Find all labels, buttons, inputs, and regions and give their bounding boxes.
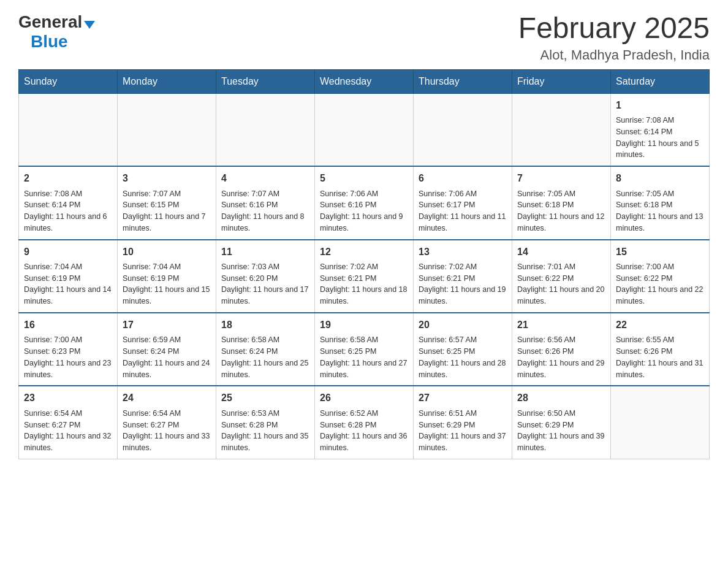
calendar-cell (118, 93, 216, 166)
day-info: Sunrise: 6:55 AMSunset: 6:26 PMDaylight:… (616, 334, 704, 380)
calendar-cell (512, 93, 611, 166)
day-header-friday: Friday (512, 69, 611, 93)
day-info: Sunrise: 7:06 AMSunset: 6:17 PMDaylight:… (419, 188, 507, 234)
day-info: Sunrise: 7:02 AMSunset: 6:21 PMDaylight:… (320, 261, 408, 307)
day-number: 11 (221, 245, 309, 259)
day-number: 7 (517, 172, 605, 185)
day-number: 28 (517, 391, 605, 405)
calendar-cell (315, 93, 414, 166)
calendar-cell: 10Sunrise: 7:04 AMSunset: 6:19 PMDayligh… (118, 240, 216, 313)
logo-general: General (18, 12, 82, 32)
calendar-cell (216, 93, 315, 166)
day-number: 4 (221, 172, 309, 185)
day-info: Sunrise: 6:54 AMSunset: 6:27 PMDaylight:… (24, 408, 112, 454)
day-number: 17 (123, 318, 211, 332)
calendar-cell: 11Sunrise: 7:03 AMSunset: 6:20 PMDayligh… (216, 240, 315, 313)
day-info: Sunrise: 7:00 AMSunset: 6:22 PMDaylight:… (616, 261, 704, 307)
day-info: Sunrise: 6:58 AMSunset: 6:25 PMDaylight:… (320, 334, 408, 380)
day-number: 20 (419, 318, 507, 332)
day-info: Sunrise: 6:59 AMSunset: 6:24 PMDaylight:… (123, 334, 211, 380)
calendar-cell (19, 93, 118, 166)
calendar-cell: 13Sunrise: 7:02 AMSunset: 6:21 PMDayligh… (414, 240, 512, 313)
title-area: February 2025 Alot, Madhya Pradesh, Indi… (518, 12, 710, 63)
day-info: Sunrise: 7:07 AMSunset: 6:16 PMDaylight:… (221, 188, 309, 234)
calendar-cell: 26Sunrise: 6:52 AMSunset: 6:28 PMDayligh… (315, 386, 414, 459)
calendar-cell: 14Sunrise: 7:01 AMSunset: 6:22 PMDayligh… (512, 240, 611, 313)
day-header-monday: Monday (118, 69, 216, 93)
calendar-week-1: 1Sunrise: 7:08 AMSunset: 6:14 PMDaylight… (19, 93, 710, 166)
day-info: Sunrise: 6:53 AMSunset: 6:28 PMDaylight:… (221, 408, 309, 454)
calendar-cell: 23Sunrise: 6:54 AMSunset: 6:27 PMDayligh… (19, 386, 118, 459)
calendar-cell: 19Sunrise: 6:58 AMSunset: 6:25 PMDayligh… (315, 313, 414, 386)
day-info: Sunrise: 6:57 AMSunset: 6:25 PMDaylight:… (419, 334, 507, 380)
day-number: 6 (419, 172, 507, 185)
calendar-table: SundayMondayTuesdayWednesdayThursdayFrid… (18, 69, 710, 459)
day-number: 10 (123, 245, 211, 259)
calendar-cell: 2Sunrise: 7:08 AMSunset: 6:14 PMDaylight… (19, 166, 118, 239)
month-title: February 2025 (518, 12, 710, 45)
day-info: Sunrise: 7:01 AMSunset: 6:22 PMDaylight:… (517, 261, 605, 307)
calendar-week-3: 9Sunrise: 7:04 AMSunset: 6:19 PMDaylight… (19, 240, 710, 313)
page-header: General Blue February 2025 Alot, Madhya … (18, 12, 710, 63)
calendar-cell: 24Sunrise: 6:54 AMSunset: 6:27 PMDayligh… (118, 386, 216, 459)
calendar-header-row: SundayMondayTuesdayWednesdayThursdayFrid… (19, 69, 710, 93)
day-number: 15 (616, 245, 704, 259)
day-number: 1 (616, 99, 704, 112)
day-header-tuesday: Tuesday (216, 69, 315, 93)
calendar-cell (611, 386, 710, 459)
day-info: Sunrise: 6:58 AMSunset: 6:24 PMDaylight:… (221, 334, 309, 380)
calendar-cell: 9Sunrise: 7:04 AMSunset: 6:19 PMDaylight… (19, 240, 118, 313)
calendar-cell: 6Sunrise: 7:06 AMSunset: 6:17 PMDaylight… (414, 166, 512, 239)
day-info: Sunrise: 7:04 AMSunset: 6:19 PMDaylight:… (123, 261, 211, 307)
day-info: Sunrise: 6:50 AMSunset: 6:29 PMDaylight:… (517, 408, 605, 454)
day-info: Sunrise: 7:04 AMSunset: 6:19 PMDaylight:… (24, 261, 112, 307)
day-info: Sunrise: 6:52 AMSunset: 6:28 PMDaylight:… (320, 408, 408, 454)
calendar-cell: 8Sunrise: 7:05 AMSunset: 6:18 PMDaylight… (611, 166, 710, 239)
day-header-saturday: Saturday (611, 69, 710, 93)
day-number: 14 (517, 245, 605, 259)
day-number: 13 (419, 245, 507, 259)
day-info: Sunrise: 7:06 AMSunset: 6:16 PMDaylight:… (320, 188, 408, 234)
calendar-cell: 7Sunrise: 7:05 AMSunset: 6:18 PMDaylight… (512, 166, 611, 239)
day-number: 2 (24, 172, 112, 185)
calendar-cell: 1Sunrise: 7:08 AMSunset: 6:14 PMDaylight… (611, 93, 710, 166)
calendar-cell: 3Sunrise: 7:07 AMSunset: 6:15 PMDaylight… (118, 166, 216, 239)
day-number: 12 (320, 245, 408, 259)
day-number: 9 (24, 245, 112, 259)
logo: General Blue (18, 12, 95, 52)
day-number: 8 (616, 172, 704, 185)
day-number: 19 (320, 318, 408, 332)
calendar-cell (414, 93, 512, 166)
day-number: 21 (517, 318, 605, 332)
day-header-thursday: Thursday (414, 69, 512, 93)
day-info: Sunrise: 7:02 AMSunset: 6:21 PMDaylight:… (419, 261, 507, 307)
day-header-sunday: Sunday (19, 69, 118, 93)
calendar-cell: 15Sunrise: 7:00 AMSunset: 6:22 PMDayligh… (611, 240, 710, 313)
day-info: Sunrise: 6:54 AMSunset: 6:27 PMDaylight:… (123, 408, 211, 454)
calendar-cell: 25Sunrise: 6:53 AMSunset: 6:28 PMDayligh… (216, 386, 315, 459)
day-info: Sunrise: 7:00 AMSunset: 6:23 PMDaylight:… (24, 334, 112, 380)
day-info: Sunrise: 7:07 AMSunset: 6:15 PMDaylight:… (123, 188, 211, 234)
day-info: Sunrise: 6:56 AMSunset: 6:26 PMDaylight:… (517, 334, 605, 380)
calendar-cell: 27Sunrise: 6:51 AMSunset: 6:29 PMDayligh… (414, 386, 512, 459)
day-number: 27 (419, 391, 507, 405)
calendar-cell: 18Sunrise: 6:58 AMSunset: 6:24 PMDayligh… (216, 313, 315, 386)
day-info: Sunrise: 7:08 AMSunset: 6:14 PMDaylight:… (616, 115, 704, 161)
calendar-cell: 4Sunrise: 7:07 AMSunset: 6:16 PMDaylight… (216, 166, 315, 239)
calendar-cell: 28Sunrise: 6:50 AMSunset: 6:29 PMDayligh… (512, 386, 611, 459)
calendar-cell: 21Sunrise: 6:56 AMSunset: 6:26 PMDayligh… (512, 313, 611, 386)
location-title: Alot, Madhya Pradesh, India (518, 47, 710, 63)
day-number: 26 (320, 391, 408, 405)
day-info: Sunrise: 7:05 AMSunset: 6:18 PMDaylight:… (517, 188, 605, 234)
logo-arrow-icon (84, 21, 95, 29)
day-number: 25 (221, 391, 309, 405)
day-number: 22 (616, 318, 704, 332)
calendar-cell: 22Sunrise: 6:55 AMSunset: 6:26 PMDayligh… (611, 313, 710, 386)
day-info: Sunrise: 7:05 AMSunset: 6:18 PMDaylight:… (616, 188, 704, 234)
calendar-cell: 12Sunrise: 7:02 AMSunset: 6:21 PMDayligh… (315, 240, 414, 313)
day-header-wednesday: Wednesday (315, 69, 414, 93)
day-number: 3 (123, 172, 211, 185)
day-info: Sunrise: 6:51 AMSunset: 6:29 PMDaylight:… (419, 408, 507, 454)
day-info: Sunrise: 7:03 AMSunset: 6:20 PMDaylight:… (221, 261, 309, 307)
calendar-cell: 5Sunrise: 7:06 AMSunset: 6:16 PMDaylight… (315, 166, 414, 239)
